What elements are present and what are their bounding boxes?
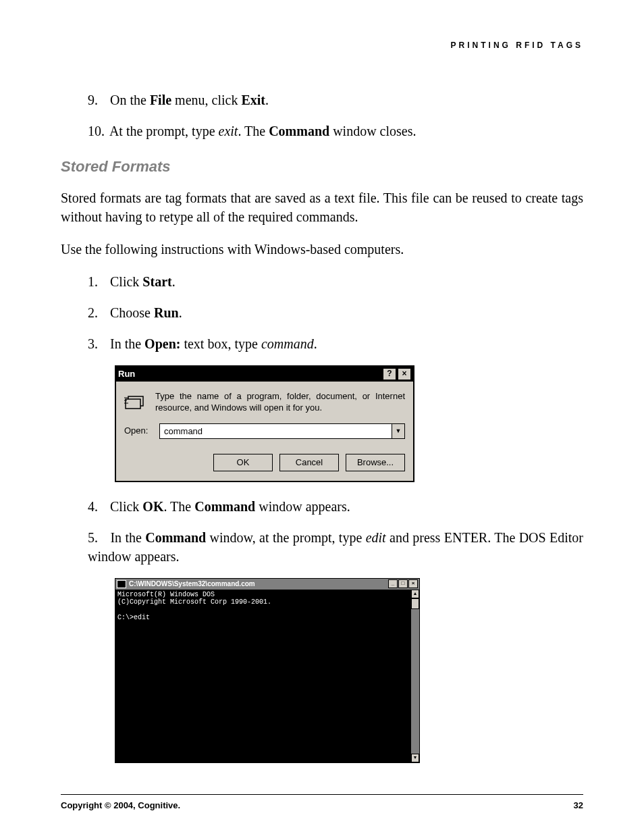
body-content: 9. On the File menu, click Exit. 10. At …: [61, 90, 583, 763]
scroll-up-button[interactable]: ▲: [411, 590, 419, 598]
run-dialog-titlebar: Run ? ×: [116, 367, 413, 382]
step-text: Choose Run.: [110, 305, 182, 320]
step-number: 10.: [88, 122, 107, 140]
step-text: Click Start.: [110, 274, 176, 289]
copyright-text: Copyright © 2004, Cognitive.: [61, 800, 180, 810]
page-footer: Copyright © 2004, Cognitive. 32: [61, 794, 583, 810]
step-1: 1. Click Start.: [61, 272, 583, 291]
step-number: 5.: [88, 528, 107, 547]
step-text: In the Open: text box, type command.: [110, 336, 317, 351]
close-button[interactable]: ×: [408, 579, 418, 588]
scroll-down-button[interactable]: ▼: [411, 754, 419, 762]
command-window: C:\WINDOWS\System32\command.com _ □ × Mi…: [115, 578, 420, 763]
scrollbar[interactable]: ▲ ▼: [411, 590, 419, 762]
chevron-down-icon: ▼: [396, 427, 402, 436]
step-3: 3. In the Open: text box, type command.: [61, 334, 583, 353]
run-dialog: Run ? ×: [115, 365, 414, 482]
cancel-button[interactable]: Cancel: [279, 454, 339, 471]
step-text: In the Command window, at the prompt, ty…: [88, 530, 583, 564]
step-text: At the prompt, type exit. The Command wi…: [109, 124, 417, 138]
run-dialog-description: Type the name of a program, folder, docu…: [155, 391, 405, 414]
step-number: 2.: [88, 303, 107, 322]
step-10: 10. At the prompt, type exit. The Comman…: [61, 122, 583, 140]
step-number: 4.: [88, 497, 107, 516]
maximize-button[interactable]: □: [398, 579, 408, 588]
section-heading-stored-formats: Stored Formats: [61, 157, 583, 178]
scroll-thumb[interactable]: [411, 598, 419, 609]
command-window-body[interactable]: Microsoft(R) Windows DOS (C)Copyright Mi…: [115, 590, 411, 762]
run-dialog-title: Run: [118, 368, 135, 380]
step-number: 1.: [88, 272, 107, 291]
step-2: 2. Choose Run.: [61, 303, 583, 322]
ok-button[interactable]: OK: [213, 454, 273, 471]
close-button[interactable]: ×: [398, 368, 411, 380]
paragraph-instructions: Use the following instructions with Wind…: [61, 240, 583, 259]
step-4: 4. Click OK. The Command window appears.: [61, 497, 583, 516]
run-icon: [124, 391, 147, 410]
msdos-icon: [117, 580, 126, 588]
scroll-track[interactable]: [411, 609, 419, 754]
minimize-button[interactable]: _: [388, 579, 398, 588]
page-number: 32: [574, 800, 583, 810]
step-text: On the File menu, click Exit.: [110, 93, 269, 107]
step-number: 3.: [88, 334, 107, 353]
step-number: 9.: [88, 90, 107, 109]
open-combobox[interactable]: ▼: [159, 423, 405, 439]
command-window-titlebar: C:\WINDOWS\System32\command.com _ □ ×: [115, 579, 419, 590]
browse-button[interactable]: Browse...: [346, 454, 405, 471]
step-text: Click OK. The Command window appears.: [110, 499, 350, 514]
step-5: 5. In the Command window, at the prompt,…: [61, 528, 583, 566]
dropdown-button[interactable]: ▼: [392, 424, 404, 438]
command-window-title: C:\WINDOWS\System32\command.com: [129, 579, 255, 589]
paragraph-intro: Stored formats are tag formats that are …: [61, 188, 583, 226]
help-button[interactable]: ?: [383, 368, 396, 380]
open-label: Open:: [124, 425, 153, 437]
svg-rect-1: [126, 399, 140, 409]
open-input[interactable]: [160, 424, 392, 438]
page-header-section: PRINTING RFID TAGS: [61, 41, 583, 50]
step-9: 9. On the File menu, click Exit.: [61, 90, 583, 109]
